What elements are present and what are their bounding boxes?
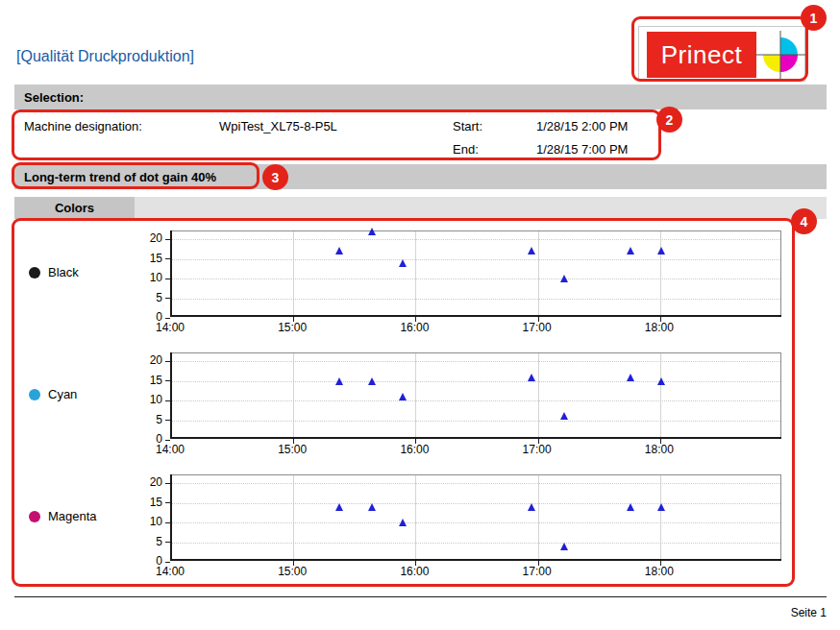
callout-1: 1 [801, 5, 827, 31]
callout-box-section [12, 162, 259, 189]
footer-rule [14, 596, 827, 597]
callout-box-selection [12, 109, 661, 160]
callout-3: 3 [262, 164, 288, 190]
callout-2: 2 [656, 107, 682, 133]
report-page: [Qualität Druckproduktion] Prinect Selec… [0, 0, 840, 630]
callout-box-charts [12, 218, 795, 587]
page-number: Seite 1 [730, 606, 827, 619]
callout-box-logo [631, 16, 808, 82]
callout-4: 4 [791, 208, 817, 234]
